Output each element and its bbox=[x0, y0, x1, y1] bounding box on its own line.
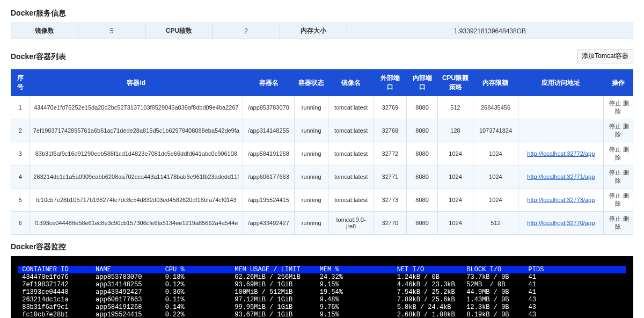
cell-mem-limit: 1073741824 bbox=[473, 119, 518, 142]
cell-url bbox=[518, 119, 604, 142]
cell-url: http://localhost:32771/app bbox=[518, 165, 604, 189]
terminal-row: 7ef198371742 app314148255 0.12% 93.69MiB… bbox=[18, 281, 626, 288]
cell-url bbox=[518, 96, 604, 119]
th-url: 应用访问地址 bbox=[518, 70, 604, 96]
cell-url: http://localhost:32772/app bbox=[518, 142, 604, 165]
th-int-port: 内部端口 bbox=[406, 70, 438, 96]
cell-cpu-limit: 1024 bbox=[438, 189, 473, 212]
stop-action[interactable]: 停止 bbox=[609, 146, 621, 153]
container-table: 序号 容器id 容器名 容器状态 镜像名 外部端口 内部端口 CPU限额策略 内… bbox=[11, 69, 633, 235]
cell-id: 83b31f6af9c16d91290eeb588f1cd1d4823e7081… bbox=[30, 142, 243, 165]
cell-status: running bbox=[295, 212, 328, 235]
cell-image: tomcat:latest bbox=[328, 96, 374, 119]
cell-id: 434470e1fd76252e15da20d2bc5273137103f852… bbox=[30, 96, 243, 119]
cell-index: 6 bbox=[11, 212, 30, 235]
info-cpu-cores-label: CPU核数 bbox=[145, 23, 213, 39]
cell-ops: 停止删除 bbox=[604, 212, 633, 235]
cell-status: running bbox=[295, 189, 328, 212]
cell-url: http://localhost:32770/app bbox=[518, 212, 604, 235]
cell-image: tomcat:9.0-jre8 bbox=[328, 212, 374, 235]
table-row: 5fc10cb7e28b105717b168274fe7dc8c54d832d0… bbox=[11, 189, 633, 212]
cell-ops: 停止删除 bbox=[604, 119, 633, 142]
cell-image: tomcat:latest bbox=[328, 142, 374, 165]
cell-mem-limit: 1024 bbox=[473, 142, 518, 165]
table-row: 1434470e1fd76252e15da20d2bc5273137103f85… bbox=[11, 96, 633, 119]
docker-info-table: 镜像数 5 CPU核数 2 内存大小 1.9339218139648438GB bbox=[11, 23, 633, 39]
stop-action[interactable]: 停止 bbox=[609, 100, 621, 106]
cell-name: /app314148255 bbox=[243, 119, 294, 142]
terminal-row: f1393ce04448 app433492427 0.36% 100MiB /… bbox=[18, 288, 626, 296]
cell-mem-limit: 1024 bbox=[473, 165, 518, 189]
th-id: 容器id bbox=[30, 70, 243, 96]
cell-ops: 停止删除 bbox=[604, 142, 633, 165]
cell-ext-port: 32770 bbox=[374, 212, 406, 235]
info-cpu-cores-value: 2 bbox=[213, 23, 280, 39]
add-tomcat-button[interactable]: 添加Tomcat容器 bbox=[577, 49, 633, 63]
th-name: 容器名 bbox=[243, 70, 294, 96]
cell-ext-port: 32768 bbox=[374, 119, 406, 142]
cell-int-port: 8080 bbox=[406, 96, 438, 119]
info-image-count-value: 5 bbox=[78, 23, 145, 39]
cell-id: 7ef198371742895761a6b61ac71dede28a815d5c… bbox=[30, 119, 243, 142]
cell-int-port: 8080 bbox=[406, 165, 438, 189]
cell-ext-port: 32771 bbox=[374, 165, 406, 189]
cell-name: /app195524415 bbox=[243, 189, 294, 212]
th-mem-limit: 内存限额 bbox=[473, 70, 518, 96]
cell-status: running bbox=[295, 119, 328, 142]
th-index: 序号 bbox=[11, 70, 30, 96]
cell-cpu-limit: 128 bbox=[438, 119, 473, 142]
cell-cpu-limit: 1024 bbox=[438, 165, 473, 189]
app-url-link[interactable]: http://localhost:32773/app bbox=[527, 197, 595, 203]
cell-id: 263214dc1c1a5a0909eabb6208aa702cca443a11… bbox=[30, 165, 243, 189]
cell-int-port: 8080 bbox=[406, 119, 438, 142]
stop-action[interactable]: 停止 bbox=[609, 169, 621, 176]
cell-mem-limit: 1024 bbox=[473, 189, 518, 212]
cell-int-port: 8080 bbox=[406, 142, 438, 165]
th-status: 容器状态 bbox=[295, 70, 328, 96]
cell-ops: 停止删除 bbox=[604, 96, 633, 119]
section-title-monitor: Docker容器监控 bbox=[11, 242, 633, 252]
monitor-terminal: CONTAINER ID NAME CPU % MEM USAGE / LIMI… bbox=[11, 256, 633, 318]
terminal-header-row: CONTAINER ID NAME CPU % MEM USAGE / LIMI… bbox=[18, 266, 626, 273]
cell-index: 2 bbox=[11, 119, 30, 142]
th-ops: 操作 bbox=[604, 70, 633, 96]
cell-id: f1393ce044488e58e61ec8e3c90cb157306cfe6f… bbox=[30, 212, 243, 235]
cell-image: tomcat:latest bbox=[328, 119, 374, 142]
cell-int-port: 8080 bbox=[406, 212, 438, 235]
table-row: 6f1393ce044488e58e61ec8e3c90cb157306cfe6… bbox=[11, 212, 633, 235]
terminal-row: 434470e1fd76 app853783070 0.18% 62.26MiB… bbox=[18, 273, 626, 281]
stop-action[interactable]: 停止 bbox=[609, 192, 621, 199]
app-url-link[interactable]: http://localhost:32771/app bbox=[527, 174, 595, 180]
terminal-row: 263214dc1c1a app606177663 0.11% 97.12MiB… bbox=[18, 296, 626, 303]
cell-cpu-limit: 512 bbox=[438, 96, 473, 119]
container-table-header-row: 序号 容器id 容器名 容器状态 镜像名 外部端口 内部端口 CPU限额策略 内… bbox=[11, 70, 633, 96]
cell-index: 3 bbox=[11, 142, 30, 165]
cell-ops: 停止删除 bbox=[604, 165, 633, 189]
terminal-row: 83b31f6af9c1 app584191268 0.14% 99.95MiB… bbox=[18, 303, 626, 311]
cell-index: 5 bbox=[11, 189, 30, 212]
cell-status: running bbox=[295, 165, 328, 189]
info-mem-size-label: 内存大小 bbox=[280, 23, 347, 39]
info-image-count-label: 镜像数 bbox=[11, 23, 78, 39]
cell-name: /app606177663 bbox=[243, 165, 294, 189]
cell-int-port: 8080 bbox=[406, 189, 438, 212]
cell-index: 1 bbox=[11, 96, 30, 119]
cell-mem-limit: 512 bbox=[473, 212, 518, 235]
table-row: 27ef198371742895761a6b61ac71dede28a815d5… bbox=[11, 119, 633, 142]
stop-action[interactable]: 停止 bbox=[609, 123, 621, 129]
cell-ext-port: 32773 bbox=[374, 189, 406, 212]
cell-image: tomcat:latest bbox=[328, 165, 374, 189]
table-row: 4263214dc1c1a5a0909eabb6208aa702cca443a1… bbox=[11, 165, 633, 189]
cell-index: 4 bbox=[11, 165, 30, 189]
terminal-row: fc10cb7e28b1 app195524415 0.22% 93.67MiB… bbox=[18, 311, 626, 318]
cell-url: http://localhost:32773/app bbox=[518, 189, 604, 212]
stop-action[interactable]: 停止 bbox=[609, 215, 621, 222]
cell-mem-limit: 268435456 bbox=[473, 96, 518, 119]
section-title-info: Docker服务信息 bbox=[11, 9, 633, 18]
cell-id: fc10cb7e28b105717b168274fe7dc8c54d832d03… bbox=[30, 189, 243, 212]
cell-status: running bbox=[295, 96, 328, 119]
app-url-link[interactable]: http://localhost:32770/app bbox=[527, 220, 595, 226]
cell-name: /app433492427 bbox=[243, 212, 294, 235]
cell-ext-port: 32769 bbox=[374, 96, 406, 119]
app-url-link[interactable]: http://localhost:32772/app bbox=[527, 150, 595, 157]
